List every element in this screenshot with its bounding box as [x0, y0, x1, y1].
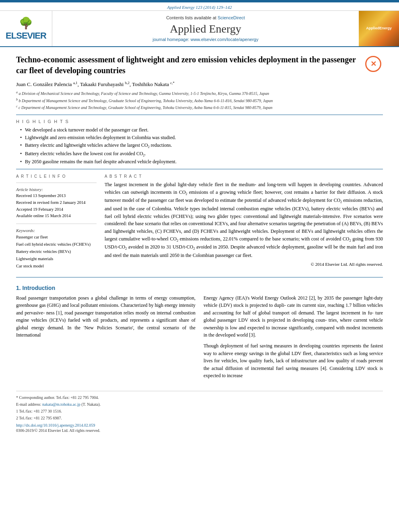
rights-line: 0306-2619/© 2014 Elsevier Ltd. All right… — [16, 428, 383, 433]
contents-available-line: Contents lists available at ScienceDirec… — [166, 15, 245, 20]
article-title-container: Techno-economic assessment of lightweigh… — [16, 54, 383, 76]
intro-col-1: Road passenger transportation poses a gl… — [16, 294, 195, 383]
doi-text: http://dx.doi.org/10.1016/j.apenergy.201… — [16, 423, 95, 427]
abstract-label: A B S T R A C T — [105, 174, 383, 179]
divider-3 — [16, 277, 383, 277]
email-link[interactable]: nakata@m.tohoku.ac.jp — [42, 402, 80, 407]
footnote-email: E-mail address: nakata@m.tohoku.ac.jp (T… — [16, 401, 383, 408]
highlights-label: H I G H L I G H T S — [16, 119, 383, 124]
homepage-text: journal homepage: www.elsevier.com/locat… — [153, 37, 259, 42]
article-info-label: A R T I C L E I N F O — [16, 174, 97, 179]
info-divider-1 — [16, 183, 97, 183]
journal-header-right: AppliedEnergy — [359, 11, 399, 46]
keyword-2: Fuel cell hybrid electric vehicles (FCHE… — [16, 241, 97, 248]
intro-p1: Road passenger transportation poses a gl… — [16, 294, 195, 339]
doi-line[interactable]: http://dx.doi.org/10.1016/j.apenergy.201… — [16, 423, 383, 427]
history-title: Article history: — [16, 187, 97, 192]
keyword-3: Battery electric vehicles (BEVs) — [16, 248, 97, 255]
copyright-text: © 2014 Elsevier Ltd. All rights reserved… — [105, 262, 383, 267]
highlights-list: We developed a stock turnover model of t… — [20, 127, 383, 165]
keywords-title: Keywords: — [16, 228, 97, 233]
abstract-text: The largest increment in the global ligh… — [105, 181, 383, 259]
intro-col-2: Energy Agency (IEA)'s World Energy Outlo… — [204, 294, 383, 383]
elsevier-tree-icon: 🌳 — [19, 16, 33, 30]
footnote-tel2: 2 Tel./fax: +81 22 795 6987. — [16, 415, 383, 421]
article-history: Article history: Received 13 September 2… — [16, 187, 97, 220]
article-title-text: Techno-economic assessment of lightweigh… — [16, 55, 356, 75]
applied-energy-badge: AppliedEnergy — [366, 26, 392, 31]
keywords-section: Keywords: Passenger car fleet Fuel cell … — [16, 228, 97, 269]
abstract-col: A B S T R A C T The largest increment in… — [105, 174, 383, 273]
elsevier-logo: ELSEVIER — [6, 31, 46, 41]
journal-header: 🌳 ELSEVIER Contents lists available at S… — [0, 11, 399, 47]
introduction-heading: 1. Introduction — [16, 285, 383, 291]
divider-2 — [16, 169, 383, 169]
affiliation-a: a a Division of Mechanical Science and T… — [16, 90, 383, 97]
journal-header-left: 🌳 ELSEVIER — [0, 11, 52, 46]
sciencedirect-link[interactable]: ScienceDirect — [218, 15, 245, 20]
info-dates: Received 13 September 2013 Received in r… — [16, 193, 97, 220]
crossmark-icon: ✕ — [365, 56, 381, 72]
highlight-item-4: Battery electric vehicles have the lowes… — [20, 151, 383, 157]
journal-title: Applied Energy — [170, 23, 241, 35]
keywords-list: Passenger car fleet Fuel cell hybrid ele… — [16, 234, 97, 269]
revised-date: Received in revised form 2 January 2014 — [16, 199, 97, 206]
affiliation-c: c c Department of Management Science and… — [16, 104, 383, 111]
divider-1 — [16, 115, 383, 115]
highlight-item-3: Battery electric and lightweight vehicle… — [20, 142, 383, 149]
intro-text-columns: Road passenger transportation poses a gl… — [16, 294, 383, 383]
authors-line: Juan C. González Palencia a,1, Takaaki F… — [16, 81, 383, 88]
crossmark-badge: ✕ — [364, 54, 383, 74]
journal-header-center: Contents lists available at ScienceDirec… — [52, 11, 359, 46]
intro-col2-p1: Energy Agency (IEA)'s World Energy Outlo… — [204, 294, 383, 339]
keyword-1: Passenger car fleet — [16, 234, 97, 241]
highlight-item-5: By 2050 gasoline remains the main fuel d… — [20, 159, 383, 165]
info-divider-2 — [16, 224, 97, 224]
keyword-5: Car stock model — [16, 263, 97, 270]
highlight-item-1: We developed a stock turnover model of t… — [20, 127, 383, 133]
article-info-col: A R T I C L E I N F O Article history: R… — [16, 174, 97, 273]
contents-text: Contents lists available at — [166, 15, 216, 20]
footnote-corresponding: * Corresponding author. Tel./fax: +81 22… — [16, 394, 383, 401]
received-date: Received 13 September 2013 — [16, 193, 97, 199]
introduction-section: 1. Introduction Road passenger transport… — [16, 285, 383, 383]
journal-homepage: journal homepage: www.elsevier.com/locat… — [153, 37, 259, 42]
journal-citation-text: Applied Energy 123 (2014) 129–142 — [167, 5, 232, 10]
accepted-date: Accepted 19 February 2014 — [16, 206, 97, 213]
main-content: Techno-economic assessment of lightweigh… — [0, 47, 399, 440]
footnotes: * Corresponding author. Tel./fax: +81 22… — [16, 394, 383, 421]
affiliations: a a Division of Mechanical Science and T… — [16, 90, 383, 111]
footnote-tel1: 1 Tel./fax: +81 277 30 1516. — [16, 408, 383, 415]
footer-area: * Corresponding author. Tel./fax: +81 22… — [16, 391, 383, 433]
highlight-item-2: Lightweight and zero emission vehicles d… — [20, 135, 383, 141]
keyword-4: Lightweight materials — [16, 255, 97, 263]
available-date: Available online 15 March 2014 — [16, 213, 97, 220]
intro-col2-p2: Though deployment of fuel saving measure… — [204, 342, 383, 380]
journal-citation-bar: Applied Energy 123 (2014) 129–142 — [0, 2, 399, 11]
affiliation-b: b b Department of Management Science and… — [16, 97, 383, 104]
info-abstract-container: A R T I C L E I N F O Article history: R… — [16, 174, 383, 273]
